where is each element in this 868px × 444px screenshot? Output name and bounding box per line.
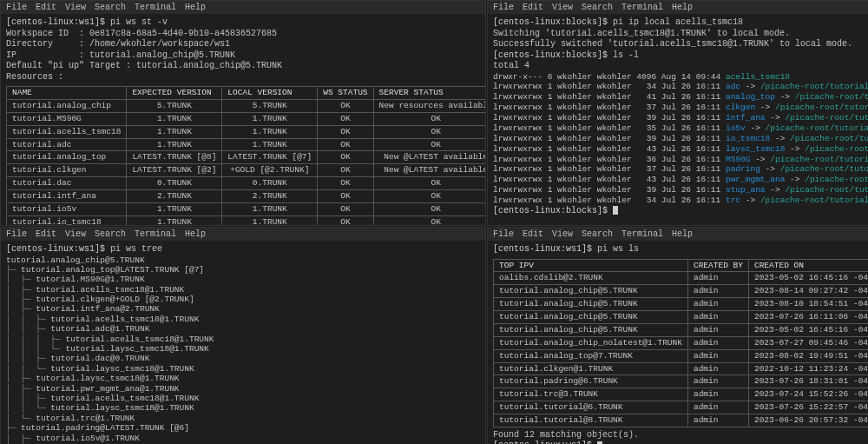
- info-line: Directory : /home/wkohler/workspace/ws1: [6, 39, 480, 50]
- command: pi ip local acells_tsmc18: [613, 17, 743, 27]
- table-row: tutorial.clkgenLATEST.TRUNK [@2]+GOLD [@…: [7, 164, 486, 177]
- menu-help[interactable]: Help: [672, 229, 693, 239]
- terminal-pane-bottom-left[interactable]: FileEditViewSearchTerminalHelp [centos-l…: [0, 227, 486, 444]
- command: pi ws tree: [110, 244, 162, 254]
- command: pi ws ls: [597, 244, 639, 254]
- menu-edit[interactable]: Edit: [523, 3, 543, 12]
- tree-node: │ │ └─ tutorial.laysc_tsmc18@1.TRUNK: [6, 403, 480, 413]
- tree-node: │ ├─ tutorial.acells_tsmc18@1.TRUNK: [6, 285, 480, 295]
- tree-node: │ ├─ tutorial.clkgen@+GOLD [@2.TRUNK]: [6, 295, 480, 304]
- output-line: Successfully switched 'tutorial.acells_t…: [493, 39, 863, 50]
- tree-node: │ ├─ tutorial.laysc_tsmc18@1.TRUNK: [6, 374, 480, 383]
- menu-help[interactable]: Help: [185, 3, 206, 12]
- info-line: IP : tutorial.analog_chip@5.TRUNK: [6, 50, 480, 62]
- menu-file[interactable]: File: [493, 229, 514, 239]
- tree-node: │ │ └─ tutorial.laysc_tsmc18@1.TRUNK: [6, 364, 480, 374]
- menu-search[interactable]: Search: [95, 3, 126, 12]
- table-row: tutorial.analog_chip@5.TRUNKadmin2023-08…: [494, 298, 869, 311]
- tree-node: │ │ │ └─ tutorial.laysc_tsmc18@1.TRUNK: [6, 344, 480, 354]
- table-row: tutorial.io_tsmc181.TRUNK1.TRUNKOKOKRefe…: [7, 215, 486, 225]
- menubar: FileEditViewSearchTerminalHelp: [488, 1, 868, 14]
- tree-node: │ │ ├─ tutorial.adc@1.TRUNK: [6, 324, 480, 334]
- menu-terminal[interactable]: Terminal: [621, 229, 663, 239]
- menu-edit[interactable]: Edit: [523, 229, 543, 239]
- menu-terminal[interactable]: Terminal: [135, 3, 176, 12]
- terminal-pane-bottom-right[interactable]: FileEditViewSearchTerminalHelp [centos-l…: [487, 227, 868, 444]
- table-row: tutorial.tutorial@6.TRUNKadmin2023-07-26…: [494, 401, 869, 414]
- terminal-pane-top-right[interactable]: FileEditViewSearchTerminalHelp [centos-l…: [487, 0, 868, 226]
- menu-terminal[interactable]: Terminal: [621, 3, 663, 12]
- ls-entry: lrwxrwxrwx 1 wkohler wkohler 39 Jul 26 1…: [493, 134, 863, 144]
- menu-help[interactable]: Help: [185, 229, 206, 239]
- table-row: tutorial.acells_tsmc181.TRUNK1.TRUNKOKOK…: [7, 125, 486, 138]
- result-count: Found 12 matching object(s).: [493, 430, 863, 441]
- menu-view[interactable]: View: [552, 3, 573, 12]
- table-row: tutorial.analog_chip@5.TRUNKadmin2023-08…: [494, 285, 869, 298]
- tree-node: │ └─ tutorial.trc@1.TRUNK: [6, 414, 480, 423]
- table-row: oalibs.cdslib@2.TRUNKadmin2023-05-02 16:…: [494, 272, 869, 285]
- terminal-pane-top-left[interactable]: FileEditViewSearchTerminalHelp [centos-l…: [0, 0, 486, 226]
- col-header: CREATED BY: [687, 259, 748, 272]
- command: pi ws st -v: [110, 17, 168, 27]
- table-row: tutorial.dac0.TRUNK0.TRUNKOKOKContainer: [7, 177, 486, 190]
- col-header: CREATED ON: [748, 259, 868, 272]
- terminal-body[interactable]: [centos-linux:ws1]$ pi ws ls TOP IPVCREA…: [488, 241, 868, 444]
- info-line: Workspace ID : 0e817c8a-68a5-4d40-9b10-a…: [6, 29, 480, 40]
- menu-view[interactable]: View: [65, 229, 86, 239]
- table-row: tutorial.analog_chip@5.TRUNKadmin2023-05…: [494, 323, 869, 336]
- col-header: TOP IPV: [494, 259, 688, 272]
- menu-search[interactable]: Search: [582, 229, 613, 239]
- cursor: [613, 206, 618, 215]
- menu-search[interactable]: Search: [582, 3, 613, 12]
- table-row: tutorial.analog_chip@5.TRUNKadmin2023-07…: [494, 311, 869, 324]
- table-row: tutorial.analog_topLATEST.TRUNK [@8]LATE…: [7, 151, 486, 164]
- menu-edit[interactable]: Edit: [36, 3, 56, 12]
- command: ls -l: [613, 50, 639, 60]
- menu-terminal[interactable]: Terminal: [135, 229, 176, 239]
- tree-node: │ │ ├─ tutorial.dac@0.TRUNK: [6, 354, 480, 363]
- table-row: tutorial.analog_top@7.TRUNKadmin2023-08-…: [494, 349, 869, 362]
- menu-file[interactable]: File: [6, 3, 27, 12]
- table-row: tutorial.trc@3.TRUNKadmin2023-07-24 15:5…: [494, 388, 869, 401]
- table-row: tutorial.tutorial@8.TRUNKadmin2023-06-26…: [494, 414, 869, 427]
- menu-edit[interactable]: Edit: [36, 229, 56, 239]
- menu-file[interactable]: File: [6, 229, 27, 239]
- ws-ls-table: TOP IPVCREATED BYCREATED ONPATH oalibs.c…: [493, 259, 868, 427]
- output-line: Switching 'tutorial.acells_tsmc18@1.TRUN…: [493, 29, 863, 40]
- output-line: total 4: [493, 61, 863, 72]
- ws-status-table: NAMEEXPECTED VERSIONLOCAL VERSIONWS STAT…: [6, 86, 485, 225]
- ls-entry: lrwxrwxrwx 1 wkohler wkohler 43 Jul 26 1…: [493, 144, 863, 155]
- table-row: tutorial.io5v1.TRUNK1.TRUNKOKOKRefer: [7, 202, 486, 215]
- menubar: FileEditViewSearchTerminalHelp: [1, 1, 485, 14]
- table-row: tutorial.padring@6.TRUNKadmin2023-07-26 …: [494, 375, 869, 388]
- menu-file[interactable]: File: [493, 3, 514, 12]
- terminal-body[interactable]: [centos-linux:ws1]$ pi ws st -v Workspac…: [1, 14, 485, 225]
- info-line: Default "pi up" Target : tutorial.analog…: [6, 61, 480, 72]
- ls-entry: lrwxrwxrwx 1 wkohler wkohler 37 Jul 26 1…: [493, 164, 863, 175]
- tree-node: ├─ tutorial.padring@LATEST.TRUNK [@6]: [6, 423, 480, 433]
- prompt: [centos-linux:ws1]$: [6, 17, 105, 27]
- tree-node: │ ├─ tutorial.intf_ana@2.TRUNK: [6, 304, 480, 314]
- ls-entry: lrwxrwxrwx 1 wkohler wkohler 41 Jul 26 1…: [493, 92, 863, 103]
- table-row: tutorial.MS90G1.TRUNK1.TRUNKOKOKRefer: [7, 112, 486, 125]
- col-header: EXPECTED VERSION: [127, 87, 222, 100]
- table-row: tutorial.analog_chip5.TRUNK5.TRUNKOKNew …: [7, 99, 486, 112]
- col-header: WS STATUS: [318, 87, 373, 100]
- tree-node: │ │ │ ├─ tutorial.acells_tsmc18@1.TRUNK: [6, 335, 480, 344]
- ls-entry: drwxr-x--- 6 wkohler wkohler 4096 Aug 14…: [493, 72, 863, 83]
- menu-help[interactable]: Help: [672, 3, 693, 12]
- ls-entry: lrwxrwxrwx 1 wkohler wkohler 35 Jul 26 1…: [493, 123, 863, 134]
- menu-search[interactable]: Search: [95, 229, 126, 239]
- menu-view[interactable]: View: [65, 3, 86, 12]
- terminal-body[interactable]: [centos-linux:blocks]$ pi ip local acell…: [488, 14, 868, 225]
- menu-view[interactable]: View: [552, 229, 573, 239]
- table-row: tutorial.clkgen@1.TRUNKadmin2022-10-12 1…: [494, 362, 869, 375]
- table-row: tutorial.adc1.TRUNK1.TRUNKOKOKRefer: [7, 138, 486, 151]
- col-header: SERVER STATUS: [373, 87, 485, 100]
- info-line: Resources :: [6, 72, 480, 83]
- table-row: tutorial.analog_chip_nolatest@1.TRUNKadm…: [494, 336, 869, 349]
- col-header: LOCAL VERSION: [222, 87, 318, 100]
- tree-node: │ │ ├─ tutorial.acells_tsmc18@1.TRUNK: [6, 315, 480, 324]
- terminal-body[interactable]: [centos-linux:ws1]$ pi ws tree tutorial.…: [1, 241, 485, 444]
- ls-entry: lrwxrwxrwx 1 wkohler wkohler 39 Jul 26 1…: [493, 113, 863, 123]
